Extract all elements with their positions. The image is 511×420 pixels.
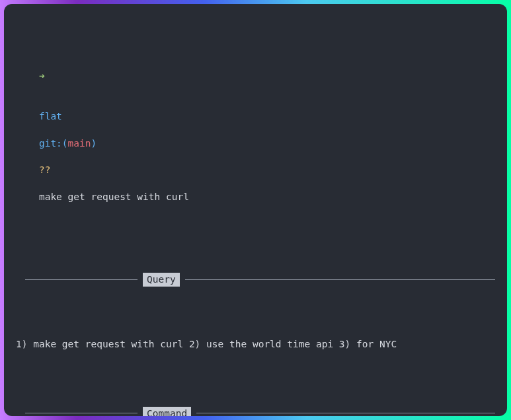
rule-icon: [185, 279, 495, 280]
prompt-git-suffix: ): [91, 138, 97, 149]
section-header-command: Command: [25, 407, 495, 416]
prompt-dir: flat: [39, 111, 62, 122]
prompt-line[interactable]: ➜ flat git:(main) ?? make get request wi…: [16, 56, 495, 217]
section-label-command: Command: [143, 407, 191, 416]
rule-icon: [196, 413, 495, 413]
cli-trigger: ??: [39, 164, 50, 175]
rule-icon: [25, 413, 138, 413]
prompt-git-prefix: git:(: [39, 138, 68, 149]
prompt-branch: main: [68, 138, 91, 149]
section-label-query: Query: [143, 273, 180, 286]
prompt-arrow-icon: ➜: [39, 71, 45, 81]
terminal-window: ➜ flat git:(main) ?? make get request wi…: [4, 4, 507, 416]
cli-input-text[interactable]: make get request with curl: [39, 192, 189, 202]
rule-icon: [25, 279, 138, 280]
section-header-query: Query: [25, 273, 495, 286]
query-text: 1) make get request with curl 2) use the…: [16, 337, 495, 351]
